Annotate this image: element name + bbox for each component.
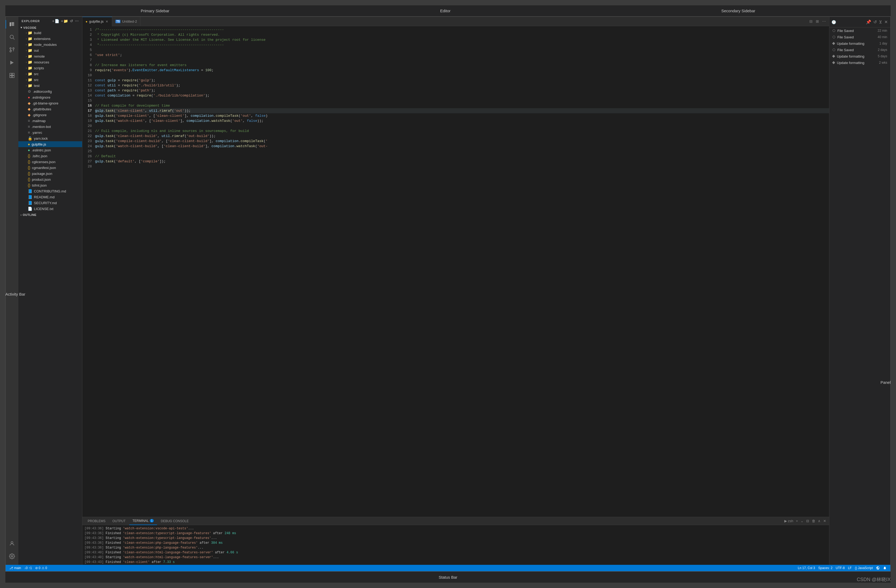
tree-file-product[interactable]: ›{}product.json xyxy=(18,177,82,182)
tree-file-cgmanifest[interactable]: ›{}cgmanifest.json xyxy=(18,165,82,171)
tab-gulpfile-close[interactable]: ✕ xyxy=(105,19,109,24)
panel-close-icon[interactable]: ✕ xyxy=(823,518,827,524)
status-line-ending[interactable]: LF xyxy=(846,565,853,571)
status-ln-col[interactable]: Ln 17, Col 3 xyxy=(796,565,817,571)
tree-file-gitblame[interactable]: ›◆.git-blame-ignore xyxy=(18,100,82,106)
tree-file-eslintrc[interactable]: ›●.eslintrc.json xyxy=(18,147,82,153)
tree-file-mentionbot[interactable]: ›≡.mention-bot xyxy=(18,124,82,129)
status-spaces[interactable]: Spaces: 2 xyxy=(817,565,834,571)
activity-search-icon[interactable] xyxy=(6,30,18,43)
timeline-close-icon[interactable]: ✕ xyxy=(884,19,888,25)
bottom-labels: Status Bar xyxy=(5,571,891,583)
status-bar-label: Status Bar xyxy=(439,575,457,579)
svg-point-15 xyxy=(11,542,13,544)
activity-settings-icon[interactable] xyxy=(6,550,18,563)
status-language[interactable]: () JavaScript xyxy=(853,565,875,571)
activity-account-icon[interactable] xyxy=(6,537,18,550)
panel-tab-debug[interactable]: DEBUG CONSOLE xyxy=(157,517,192,525)
tree-file-editorconfig[interactable]: ›⚙.editorconfig xyxy=(18,88,82,94)
tab-untitled[interactable]: TS Untitled-2 xyxy=(112,17,140,26)
activity-run-icon[interactable] xyxy=(6,56,18,69)
tree-root-vscode[interactable]: ▾ VSCODE xyxy=(18,25,82,30)
refresh-icon[interactable]: ↺ xyxy=(70,19,73,23)
tree-folder-out[interactable]: ›📁out xyxy=(18,47,82,53)
more-actions-icon[interactable]: ⋯ xyxy=(821,18,827,24)
activity-source-control-icon[interactable] xyxy=(6,43,18,56)
tree-file-mailmap[interactable]: ›≡.mailmap xyxy=(18,118,82,124)
panel-trash-icon[interactable]: 🗑 xyxy=(811,518,816,524)
panel-add-icon[interactable]: + xyxy=(795,518,799,524)
panel-tab-problems[interactable]: PROBLEMS xyxy=(84,517,109,525)
timeline-filter-icon[interactable]: ⊻ xyxy=(878,19,883,25)
sidebar-header: EXPLORER +📄 +📁 ↺ ⋯ xyxy=(18,17,82,25)
status-encoding[interactable]: UTF-8 xyxy=(834,565,846,571)
tree-file-gitignore[interactable]: ›◆.gitignore xyxy=(18,112,82,118)
collapse-icon[interactable]: ⋯ xyxy=(75,19,79,23)
tree-folder-src1[interactable]: ›📁src xyxy=(18,71,82,77)
timeline-item-4[interactable]: File Saved 2 days xyxy=(829,47,890,53)
timeline-label-6: Update formatting xyxy=(837,61,877,65)
tree-file-cglicenses[interactable]: ›{}cglicenses.json xyxy=(18,159,82,165)
tree-file-security[interactable]: ›📘SECURITY.md xyxy=(18,200,82,206)
code-line-21: // Full compile, including nls and inlin… xyxy=(95,128,829,134)
timeline-pin-icon[interactable]: 📌 xyxy=(866,19,872,25)
tree-file-tsfmt[interactable]: ›{}tsfmt.json xyxy=(18,182,82,188)
tree-folder-node_modules[interactable]: ›📁node_modules xyxy=(18,41,82,47)
tree-folder-extensions[interactable]: ›📁extensions xyxy=(18,36,82,41)
panel-tab-output[interactable]: OUTPUT xyxy=(109,517,129,525)
tree-file-yarnrc[interactable]: ›≡.yarnrc xyxy=(18,129,82,136)
timeline-item-2[interactable]: File Saved 40 min xyxy=(829,34,890,40)
tree-folder-resources[interactable]: ›📁resources xyxy=(18,59,82,65)
sidebar-tree[interactable]: ▾ VSCODE ›📁build ›📁extensions ›📁node_mod… xyxy=(18,25,82,565)
tree-file-lsifrc[interactable]: ›{}.lsifrc.json xyxy=(18,153,82,159)
tree-folder-remote[interactable]: ›📁remote xyxy=(18,53,82,59)
tree-folder-src2[interactable]: ›📁src xyxy=(18,77,82,83)
timeline-item-5[interactable]: Update formatting 5 days xyxy=(829,53,890,59)
tree-folder-test[interactable]: ›📁test xyxy=(18,83,82,88)
code-line-1: /*--------------------------------------… xyxy=(95,27,829,32)
tab-gulpfile[interactable]: ● gulpfile.js ✕ xyxy=(82,17,112,26)
timeline-item-6[interactable]: Update formatting 2 wks xyxy=(829,59,890,66)
activity-extensions-icon[interactable] xyxy=(6,69,18,82)
timeline-item-3[interactable]: Update formatting 1 day xyxy=(829,40,890,47)
tree-file-gulpfile[interactable]: ›●gulpfile.js xyxy=(18,141,82,147)
activity-bar xyxy=(6,17,18,565)
timeline-refresh-icon[interactable]: ↺ xyxy=(873,19,877,25)
code-line-17: gulp.task('clean-client', util.rimraf('o… xyxy=(95,108,829,113)
secondary-sidebar-label: Secondary Sidebar xyxy=(721,9,755,13)
timeline-dot-2 xyxy=(833,36,835,38)
tree-file-package[interactable]: ›{}package.json xyxy=(18,171,82,177)
status-errors[interactable]: ⊘ 0 ⚠ 0 xyxy=(34,565,49,571)
tree-file-eslintignore[interactable]: ›●.eslintignore xyxy=(18,94,82,100)
activity-explorer-icon[interactable] xyxy=(6,18,18,30)
status-sync[interactable]: ↓0 ↑1 xyxy=(23,565,34,571)
panel-tab-terminal[interactable]: TERMINAL 1 xyxy=(129,517,157,525)
tree-file-readme[interactable]: ›📘README.md xyxy=(18,194,82,200)
tree-folder-scripts[interactable]: ›📁scripts xyxy=(18,65,82,71)
tree-file-gitattributes[interactable]: ›◆.gitattributes xyxy=(18,106,82,112)
tree-file-yarnlock[interactable]: ›🔒yarn.lock xyxy=(18,136,82,141)
panel-chevron-down-icon[interactable]: ⌄ xyxy=(800,518,804,524)
tree-file-contributing[interactable]: ›📘CONTRIBUTING.md xyxy=(18,188,82,194)
status-remote-icon[interactable] xyxy=(875,565,881,571)
svg-rect-11 xyxy=(10,73,12,75)
code-line-26: // Default xyxy=(95,154,829,159)
tree-folder-build[interactable]: ›📁build xyxy=(18,30,82,36)
editor-layout-icon[interactable]: ⊞ xyxy=(815,18,820,24)
terminal-content[interactable]: [09:43:36] Starting 'watch-extension:vsc… xyxy=(82,525,829,565)
new-file-icon[interactable]: +📄 xyxy=(52,19,59,23)
status-notification-icon[interactable] xyxy=(881,565,888,571)
svg-rect-3 xyxy=(11,24,14,25)
code-area: 1 2 3 4 5 6 7 8 9 10 11 12 13 xyxy=(82,26,829,517)
panel-split-icon[interactable]: ⊟ xyxy=(805,518,810,524)
terminal-line-8: [09:43:43] Finished 'clean-client' after… xyxy=(84,560,827,565)
outline-section[interactable]: › OUTLINE xyxy=(18,213,82,217)
timeline-item-1[interactable]: File Saved 22 min xyxy=(829,27,890,34)
status-branch[interactable]: ⎇ main xyxy=(8,565,23,571)
code-line-13: const path = require('path'); xyxy=(95,88,829,93)
split-editor-icon[interactable]: ⊟ xyxy=(808,18,814,24)
new-folder-icon[interactable]: +📁 xyxy=(61,19,68,23)
panel-collapse-icon[interactable]: ∧ xyxy=(817,518,821,524)
terminal-shell-label: ▶ zsh xyxy=(783,518,794,524)
tree-file-license[interactable]: ›📄LICENSE.txt xyxy=(18,206,82,212)
